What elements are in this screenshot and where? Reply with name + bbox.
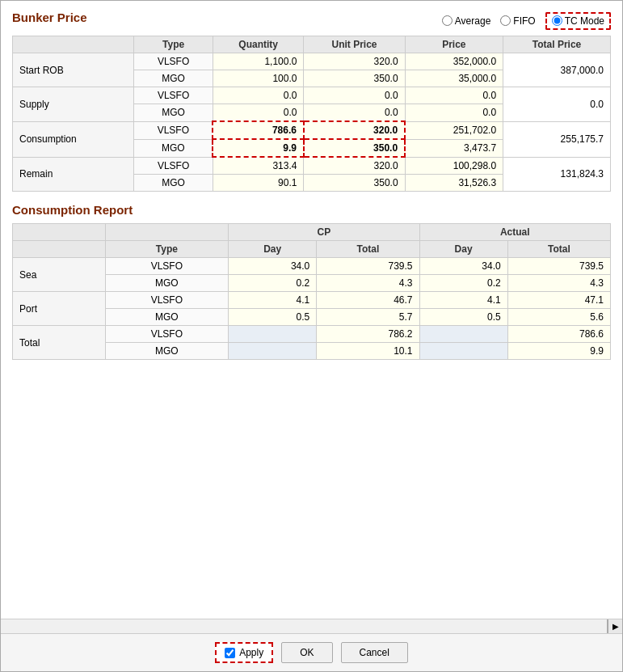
act-day-cell: 4.1 bbox=[419, 292, 507, 309]
quantity-cell-dashed: 9.9 bbox=[213, 139, 304, 157]
unit-price-cell: 0.0 bbox=[304, 104, 405, 122]
quantity-cell: 90.1 bbox=[213, 175, 304, 192]
apply-checkbox[interactable] bbox=[225, 648, 235, 658]
act-total-cell: 4.3 bbox=[507, 275, 610, 292]
col2-type: Type bbox=[105, 241, 228, 258]
unit-price-cell: 320.0 bbox=[304, 157, 405, 175]
table-row: Sea VLSFO 34.0 739.5 34.0 739.5 bbox=[13, 258, 611, 275]
col-header-type: Type bbox=[134, 36, 213, 53]
cp-total-cell: 10.1 bbox=[317, 343, 419, 360]
unit-price-cell-dashed: 320.0 bbox=[304, 121, 405, 139]
radio-tc-mode[interactable]: TC Mode bbox=[545, 12, 611, 30]
type-cell: MGO bbox=[105, 309, 228, 326]
horizontal-scrollbar[interactable]: ▶ bbox=[1, 619, 622, 633]
act-day-cell: 34.0 bbox=[419, 258, 507, 275]
col-header-total-price: Total Price bbox=[503, 36, 611, 53]
price-cell: 3,473.7 bbox=[405, 139, 503, 157]
cp-day-cell: 34.0 bbox=[229, 258, 317, 275]
scroll-right-arrow[interactable]: ▶ bbox=[608, 619, 622, 634]
row-label-port: Port bbox=[13, 292, 106, 326]
quantity-cell: 313.4 bbox=[213, 157, 304, 175]
act-total-cell: 786.6 bbox=[507, 326, 610, 343]
bunker-price-table: Type Quantity Unit Price Price Total Pri… bbox=[12, 36, 611, 192]
quantity-cell: 0.0 bbox=[213, 87, 304, 104]
cp-day-cell: 4.1 bbox=[229, 292, 317, 309]
content-area: Bunker Price Average FIFO TC Mode Type bbox=[1, 1, 622, 619]
cp-day-cell-empty bbox=[229, 326, 317, 343]
act-day-cell-empty bbox=[419, 326, 507, 343]
price-cell: 35,000.0 bbox=[405, 70, 503, 87]
quantity-cell: 1,100.0 bbox=[213, 53, 304, 70]
total-price-cell: 0.0 bbox=[503, 87, 611, 122]
unit-price-cell: 0.0 bbox=[304, 87, 405, 104]
col-header-price: Price bbox=[405, 36, 503, 53]
radio-group: Average FIFO TC Mode bbox=[442, 12, 611, 30]
table-row: Port VLSFO 4.1 46.7 4.1 47.1 bbox=[13, 292, 611, 309]
row-label-total: Total bbox=[13, 326, 106, 360]
price-cell: 352,000.0 bbox=[405, 53, 503, 70]
table-row: Supply VLSFO 0.0 0.0 0.0 0.0 bbox=[13, 87, 611, 104]
scrollbar-track[interactable] bbox=[1, 619, 608, 634]
type-cell: MGO bbox=[134, 70, 213, 87]
unit-price-cell: 320.0 bbox=[304, 53, 405, 70]
col2-cp-total: Total bbox=[317, 241, 419, 258]
cp-total-cell: 46.7 bbox=[317, 292, 419, 309]
price-cell: 251,702.0 bbox=[405, 121, 503, 139]
row-label-supply: Supply bbox=[13, 87, 134, 122]
table-row: Consumption VLSFO 786.6 320.0 251,702.0 … bbox=[13, 121, 611, 139]
col-header-unit-price: Unit Price bbox=[304, 36, 405, 53]
row-label-sea: Sea bbox=[13, 258, 106, 292]
consumption-report-table: CP Actual Type Day Total Day Total Sea V… bbox=[12, 223, 611, 360]
grp-col0 bbox=[13, 224, 106, 241]
consumption-report-title: Consumption Report bbox=[12, 203, 611, 217]
act-day-cell: 0.2 bbox=[419, 275, 507, 292]
table-row: Remain VLSFO 313.4 320.0 100,298.0 131,8… bbox=[13, 157, 611, 175]
quantity-cell: 100.0 bbox=[213, 70, 304, 87]
cp-day-cell-empty bbox=[229, 343, 317, 360]
act-total-cell: 5.6 bbox=[507, 309, 610, 326]
main-window: Bunker Price Average FIFO TC Mode Type bbox=[0, 0, 623, 672]
total-price-cell: 387,000.0 bbox=[503, 53, 611, 87]
type-cell: MGO bbox=[105, 275, 228, 292]
radio-average[interactable]: Average bbox=[442, 15, 490, 27]
type-cell: MGO bbox=[134, 175, 213, 192]
total-price-cell: 255,175.7 bbox=[503, 121, 611, 157]
cancel-button[interactable]: Cancel bbox=[341, 642, 408, 663]
col2-cp-day: Day bbox=[229, 241, 317, 258]
bunker-price-title: Bunker Price bbox=[12, 11, 87, 24]
act-total-cell: 47.1 bbox=[507, 292, 610, 309]
radio-fifo-label: FIFO bbox=[513, 15, 535, 27]
ok-button[interactable]: OK bbox=[281, 642, 332, 663]
apply-label: Apply bbox=[239, 647, 263, 658]
type-cell: VLSFO bbox=[134, 121, 213, 139]
unit-price-cell: 350.0 bbox=[304, 70, 405, 87]
cp-day-cell: 0.5 bbox=[229, 309, 317, 326]
type-cell: MGO bbox=[134, 139, 213, 157]
bottom-bar: Apply OK Cancel bbox=[1, 633, 622, 671]
row-label-start-rob: Start ROB bbox=[13, 53, 134, 87]
radio-fifo[interactable]: FIFO bbox=[500, 15, 535, 27]
type-cell: VLSFO bbox=[105, 292, 228, 309]
grp-col1 bbox=[105, 224, 228, 241]
unit-price-cell: 350.0 bbox=[304, 175, 405, 192]
grp-cp-header: CP bbox=[229, 224, 419, 241]
apply-group: Apply bbox=[215, 642, 273, 663]
price-cell: 0.0 bbox=[405, 87, 503, 104]
cp-day-cell: 0.2 bbox=[229, 275, 317, 292]
col2-label bbox=[13, 241, 106, 258]
radio-average-label: Average bbox=[455, 15, 490, 27]
row-label-consumption: Consumption bbox=[13, 121, 134, 157]
act-total-cell: 739.5 bbox=[507, 258, 610, 275]
cp-total-cell: 5.7 bbox=[317, 309, 419, 326]
unit-price-cell-dashed: 350.0 bbox=[304, 139, 405, 157]
table-row: Start ROB VLSFO 1,100.0 320.0 352,000.0 … bbox=[13, 53, 611, 70]
col2-act-day: Day bbox=[419, 241, 507, 258]
table-row: Total VLSFO 786.2 786.6 bbox=[13, 326, 611, 343]
grp-actual-header: Actual bbox=[419, 224, 610, 241]
act-day-cell: 0.5 bbox=[419, 309, 507, 326]
type-cell: VLSFO bbox=[105, 258, 228, 275]
quantity-cell: 0.0 bbox=[213, 104, 304, 122]
type-cell: VLSFO bbox=[105, 326, 228, 343]
col-header-label bbox=[13, 36, 134, 53]
act-total-cell: 9.9 bbox=[507, 343, 610, 360]
